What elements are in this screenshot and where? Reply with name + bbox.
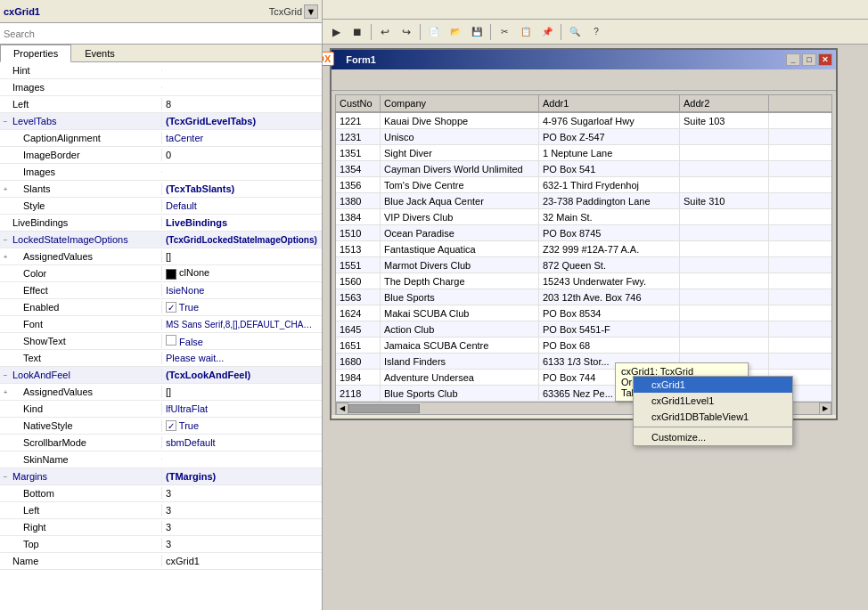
cut-button[interactable]: ✂ bbox=[495, 22, 514, 42]
cell-custno: 1645 bbox=[336, 321, 381, 337]
enabled-checkbox[interactable] bbox=[166, 302, 176, 313]
prop-enabled: Enabled True bbox=[0, 299, 322, 316]
table-row[interactable]: 1231 Unisco PO Box Z-547 bbox=[336, 129, 831, 145]
search-bar bbox=[0, 23, 322, 45]
prop-left2: Left 3 bbox=[0, 502, 322, 519]
table-row[interactable]: 1645 Action Club PO Box 5451-F bbox=[336, 321, 831, 338]
prop-hint: Hint bbox=[0, 62, 322, 79]
col-company[interactable]: Company bbox=[381, 95, 539, 111]
cell-custno: 1560 bbox=[336, 273, 381, 289]
cell-company: Island Finders bbox=[381, 354, 539, 369]
cell-custno: 1680 bbox=[336, 354, 381, 369]
cell-company: Blue Sports Club bbox=[381, 386, 539, 401]
cell-addr2 bbox=[680, 257, 769, 272]
table-row[interactable]: 1551 Marmot Divers Club 872 Queen St. bbox=[336, 257, 831, 273]
cell-custno: 1231 bbox=[336, 129, 381, 144]
prop-name: Name cxGrid1 bbox=[0, 553, 322, 570]
redo-button[interactable]: ↪ bbox=[397, 22, 416, 42]
cell-addr1: 203 12th Ave. Box 746 bbox=[539, 289, 680, 305]
prop-color: Color clNone bbox=[0, 265, 322, 282]
cell-addr2 bbox=[680, 241, 769, 256]
cell-custno: 1551 bbox=[336, 257, 381, 272]
prop-showtext: ShowText False bbox=[0, 333, 322, 350]
cell-addr1: 23-738 Paddington Lane bbox=[539, 193, 680, 208]
table-row[interactable]: 1563 Blue Sports 203 12th Ave. Box 746 bbox=[336, 289, 831, 305]
ctx-cxgrid1level1[interactable]: cxGrid1Level1 bbox=[634, 393, 792, 409]
table-row[interactable]: 1356 Tom's Dive Centre 632-1 Third Fryde… bbox=[336, 177, 831, 193]
help-button[interactable]: ? bbox=[586, 22, 606, 42]
cell-addr1: PO Box 68 bbox=[539, 338, 680, 353]
cell-company: Adventure Undersea bbox=[381, 370, 539, 385]
cell-custno: 1354 bbox=[336, 161, 381, 176]
copy-button[interactable]: 📋 bbox=[516, 22, 536, 42]
ctx-cxgrid1dbtableview1[interactable]: cxGrid1DBTableView1 bbox=[634, 409, 792, 425]
cell-company: VIP Divers Club bbox=[381, 209, 539, 224]
nativestyle-checkbox[interactable] bbox=[166, 420, 176, 431]
prop-right: Right 3 bbox=[0, 519, 322, 536]
prop-margins[interactable]: − Margins (TMargins) bbox=[0, 468, 322, 485]
color-swatch bbox=[166, 269, 176, 280]
group-header bbox=[332, 69, 836, 91]
search-button[interactable]: 🔍 bbox=[565, 22, 585, 42]
close-button[interactable]: ✕ bbox=[818, 53, 832, 66]
prop-lookandfeel[interactable]: − LookAndFeel (TcxLookAndFeel) bbox=[0, 367, 322, 384]
cell-company: Ocean Paradise bbox=[381, 225, 539, 240]
table-row[interactable]: 1560 The Depth Charge 15243 Underwater F… bbox=[336, 273, 831, 289]
data-grid: CustNo Company Addr1 Addr2 1221 Kauai Di… bbox=[335, 94, 832, 415]
col-custno[interactable]: CustNo bbox=[336, 95, 381, 111]
cell-custno: 1351 bbox=[336, 145, 381, 160]
table-row[interactable]: 1513 Fantastique Aquatica Z32 999 #12A-7… bbox=[336, 241, 831, 257]
property-tabs: Properties Events bbox=[0, 45, 322, 62]
cell-addr1: PO Box Z-547 bbox=[539, 129, 680, 144]
ctx-customize[interactable]: Customize... bbox=[634, 429, 792, 445]
save-button[interactable]: 💾 bbox=[467, 22, 487, 42]
open-button[interactable]: 📂 bbox=[446, 22, 465, 42]
table-row[interactable]: 1380 Blue Jack Aqua Center 23-738 Paddin… bbox=[336, 193, 831, 209]
new-button[interactable]: 📄 bbox=[424, 22, 444, 42]
table-row[interactable]: 1651 Jamaica SCUBA Centre PO Box 68 bbox=[336, 338, 831, 354]
table-row[interactable]: 1384 VIP Divers Club 32 Main St. bbox=[336, 209, 831, 225]
tb-sep2 bbox=[420, 24, 421, 40]
table-row[interactable]: 1221 Kauai Dive Shoppe 4-976 Sugarloaf H… bbox=[336, 113, 831, 129]
scroll-left[interactable]: ◀ bbox=[336, 403, 348, 415]
col-addr2[interactable]: Addr2 bbox=[680, 95, 769, 111]
cell-addr2 bbox=[680, 338, 769, 353]
table-row[interactable]: 1354 Cayman Divers World Unlimited PO Bo… bbox=[336, 161, 831, 177]
paste-button[interactable]: 📌 bbox=[537, 22, 557, 42]
cell-company: Kauai Dive Shoppe bbox=[381, 113, 539, 128]
table-row[interactable]: 1624 Makai SCUBA Club PO Box 8534 bbox=[336, 305, 831, 321]
stop-button[interactable]: ⏹ bbox=[348, 22, 367, 42]
properties-area: Hint Images Left 8 − LevelTabs (TcxGridL… bbox=[0, 62, 322, 610]
maximize-button[interactable]: □ bbox=[802, 53, 816, 66]
run-button[interactable]: ▶ bbox=[326, 22, 346, 42]
cell-company: Action Club bbox=[381, 321, 539, 337]
component-dropdown[interactable]: ▼ bbox=[304, 4, 318, 19]
cell-addr1: 632-1 Third Frydenhoj bbox=[539, 177, 680, 192]
cell-addr1: PO Box 5451-F bbox=[539, 321, 680, 337]
ctx-cxgrid1[interactable]: cxGrid1 bbox=[634, 377, 792, 393]
cell-addr2: Suite 103 bbox=[680, 113, 769, 128]
left-panel: cxGrid1 TcxGrid ▼ Properties Events Hint… bbox=[0, 0, 323, 610]
scroll-thumb[interactable] bbox=[348, 404, 420, 413]
tab-properties[interactable]: Properties bbox=[0, 45, 71, 62]
table-row[interactable]: 1680 Island Finders 6133 1/3 Stor... bbox=[336, 354, 831, 370]
table-row[interactable]: 1510 Ocean Paradise PO Box 8745 bbox=[336, 225, 831, 241]
grid-header: CustNo Company Addr1 Addr2 bbox=[336, 95, 831, 113]
scroll-right[interactable]: ▶ bbox=[819, 403, 831, 415]
tab-events[interactable]: Events bbox=[71, 45, 128, 62]
cell-company: Sight Diver bbox=[381, 145, 539, 160]
cell-addr1: 15243 Underwater Fwy. bbox=[539, 273, 680, 289]
minimize-button[interactable]: _ bbox=[786, 53, 800, 66]
dx-label: DX bbox=[323, 52, 334, 66]
cell-custno: 1356 bbox=[336, 177, 381, 192]
prop-leveltabs[interactable]: − LevelTabs (TcxGridLevelTabs) bbox=[0, 113, 322, 130]
cell-company: Cayman Divers World Unlimited bbox=[381, 161, 539, 176]
search-input[interactable] bbox=[4, 28, 318, 39]
cell-company: The Depth Charge bbox=[381, 273, 539, 289]
prop-lockedstateimageoptions[interactable]: − LockedStateImageOptions (TcxGridLocked… bbox=[0, 232, 322, 248]
cell-custno: 1513 bbox=[336, 241, 381, 256]
col-addr1[interactable]: Addr1 bbox=[539, 95, 680, 111]
showtext-checkbox[interactable] bbox=[166, 335, 176, 346]
undo-button[interactable]: ↩ bbox=[375, 22, 395, 42]
table-row[interactable]: 1351 Sight Diver 1 Neptune Lane bbox=[336, 145, 831, 161]
